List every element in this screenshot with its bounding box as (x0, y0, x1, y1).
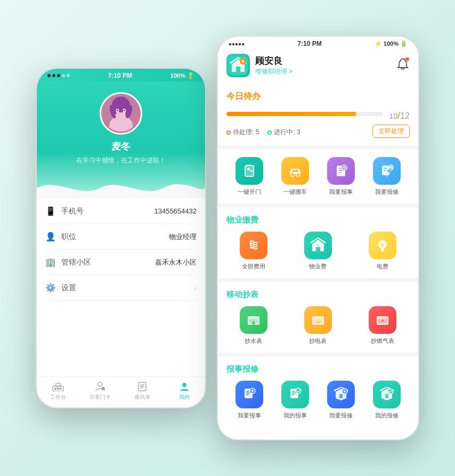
move-car-icon (281, 157, 309, 185)
task-card: 今日待办 10/12 待处理: 5 (218, 84, 418, 145)
signal-indicators (47, 74, 70, 77)
fee-property[interactable]: ¥ 物业费 (291, 232, 345, 270)
left-time: 7:10 PM (108, 72, 132, 79)
district-value: 嘉禾永木小区 (155, 258, 197, 267)
app-header: 顾安良 维修部经理 > (218, 50, 418, 84)
right-status-bar: ●●●●● 7:10 PM ⚡ 100% 🔋 (218, 37, 418, 50)
meter-water-icon (240, 306, 267, 334)
nav-worktable-label: 工作台 (50, 393, 66, 401)
notification-bell[interactable] (396, 57, 410, 74)
visitor-icon: 📍 (94, 381, 107, 392)
left-status-bar: 7:10 PM 100% 🔋 (37, 69, 205, 81)
inprogress-status: 进行中: 3 (267, 128, 300, 137)
phone-item: 📱 手机号 13455654432 (45, 199, 197, 224)
action-move-car[interactable]: 一键挪车 (272, 157, 318, 196)
position-icon: 👤 (45, 232, 56, 242)
nav-visitor[interactable]: 📍 访客门卡 (79, 381, 121, 401)
rr-report-repair2-label: 我要报修 (329, 412, 353, 420)
header-user-info: 顾安良 维修部经理 > (226, 54, 292, 77)
notification-dot (405, 57, 410, 61)
fee-electric[interactable]: 电费 (356, 232, 410, 270)
avatar (100, 92, 142, 135)
inprogress-dot (267, 130, 272, 135)
position-item: 👤 职位 物业经理 (45, 224, 197, 250)
property-fee-section: 物业缴费 全部费用 (218, 208, 418, 278)
rr-report-event-label: 我要报事 (238, 412, 261, 420)
svg-point-11 (115, 113, 123, 118)
main-scroll: 今日待办 10/12 待处理: 5 (218, 84, 418, 424)
property-fee-grid: 全部费用 ¥ 物业费 (226, 232, 410, 270)
task-status-row: 待处理: 5 进行中: 3 (226, 128, 300, 137)
meter-electric-label: 抄电表 (309, 337, 327, 345)
profile-motto: 在学习中感悟，在工作中进取！ (37, 156, 205, 165)
report-repair-title: 报事报修 (226, 364, 410, 374)
header-user-role: 维修部经理 > (255, 67, 292, 76)
svg-rect-57 (316, 247, 320, 251)
action-report-repair[interactable]: 我要报修 (364, 157, 410, 196)
signal-dot-2 (52, 74, 55, 77)
meter-water-label: 抄水表 (245, 337, 262, 345)
meter-water[interactable]: 抄水表 (226, 306, 280, 345)
nav-visitor-label: 访客门卡 (90, 393, 111, 401)
handle-now-button[interactable]: 立即处理 (372, 125, 410, 138)
progress-bar-container (226, 112, 383, 116)
rr-my-repair[interactable]: 我的报修 (364, 381, 410, 420)
svg-point-35 (250, 170, 253, 172)
waiting-label: 待处理: 5 (233, 128, 259, 137)
svg-rect-105 (385, 394, 388, 398)
rr-my-event-label: 我的报事 (283, 412, 307, 420)
signal-dot-5 (67, 74, 70, 77)
task-progress-row: 10/12 (226, 106, 410, 121)
rr-my-event[interactable]: 我的报事 (272, 381, 318, 420)
district-item: 🏢 管辖小区 嘉禾永木小区 (45, 250, 197, 275)
fee-all-label: 全部费用 (242, 262, 265, 270)
svg-point-38 (296, 173, 299, 176)
fee-all[interactable]: 全部费用 (226, 232, 280, 270)
bluetooth-icon: ⚡ (375, 40, 382, 47)
rr-report-event[interactable]: 我要报事 (226, 381, 272, 420)
worktable-icon (52, 381, 64, 392)
settings-item[interactable]: ⚙️ 设置 › (45, 275, 197, 301)
nav-contacts[interactable]: 通讯录 (121, 381, 163, 401)
svg-point-10 (124, 110, 125, 111)
svg-text:📍: 📍 (101, 387, 104, 391)
inprogress-label: 进行中: 3 (274, 128, 300, 137)
fee-property-icon: ¥ (304, 232, 332, 259)
report-repair-label: 我要报修 (375, 188, 399, 196)
rr-report-repair2[interactable]: 我要报修 (318, 381, 364, 420)
meter-gas[interactable]: 抄燃气表 (356, 306, 410, 345)
nav-me-label: 我的 (179, 393, 190, 401)
phone-icon: 📱 (45, 206, 56, 216)
nav-me[interactable]: 我的 (163, 381, 205, 401)
signal-dot-4 (62, 74, 65, 77)
header-user-details: 顾安良 维修部经理 > (255, 55, 292, 76)
task-count-box: 10/12 (389, 106, 410, 121)
fee-property-label: 物业费 (309, 262, 327, 270)
avatar-image (101, 92, 141, 135)
meter-reading-title: 移动抄表 (226, 290, 410, 300)
right-signal: ●●●●● (229, 41, 245, 47)
action-report-event[interactable]: 我要报事 (318, 157, 364, 196)
profile-name: 麦冬 (37, 140, 205, 153)
svg-rect-15 (60, 388, 62, 390)
rr-report-repair2-icon (327, 381, 355, 408)
meter-reading-section: 移动抄表 (218, 282, 418, 352)
move-car-label: 一键挪车 (283, 188, 307, 196)
bottom-navigation: 工作台 📍 访客门卡 通讯录 (37, 376, 205, 407)
fee-electric-icon (369, 232, 396, 259)
svg-rect-13 (54, 388, 56, 390)
open-door-label: 一键开门 (238, 188, 261, 196)
action-open-door[interactable]: 一键开门 (226, 157, 272, 196)
arrow-icon: › (194, 284, 197, 292)
position-value: 物业经理 (169, 232, 197, 242)
settings-label: 设置 (61, 283, 191, 293)
left-battery: 100% 🔋 (170, 72, 194, 79)
signal-dot-1 (47, 74, 51, 77)
district-icon: 🏢 (45, 257, 56, 267)
meter-electric[interactable]: 抄电表 (291, 306, 345, 345)
report-repair-section: 报事报修 我要报事 (218, 357, 418, 424)
phone-value: 13455654432 (154, 207, 197, 215)
phone-label: 手机号 (61, 207, 154, 216)
nav-worktable[interactable]: 工作台 (37, 381, 79, 401)
position-label: 职位 (61, 232, 169, 242)
